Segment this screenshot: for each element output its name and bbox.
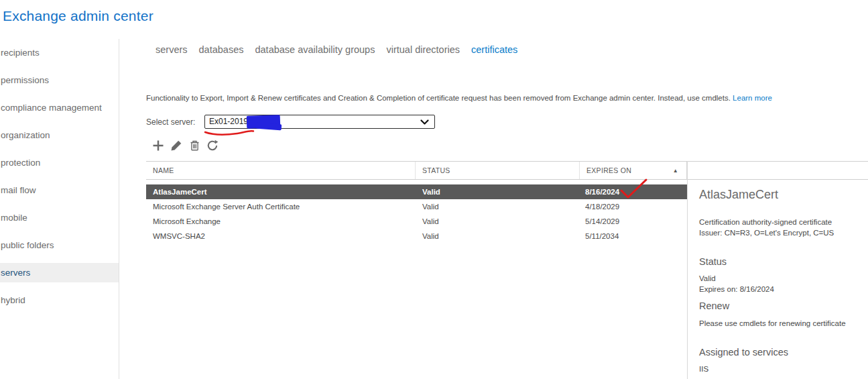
cert-status: Valid (416, 217, 580, 225)
tab-database-availability-groups[interactable]: database availability groups (255, 44, 375, 55)
blue-redaction-scribble-tail (256, 123, 282, 131)
page-title: Exchange admin center (3, 8, 153, 24)
cert-issuer-line: Issuer: CN=R3, O=Let's Encrypt, C=US (699, 227, 863, 238)
sidebar: recipients permissions compliance manage… (0, 39, 119, 379)
cert-name: Microsoft Exchange Server Auth Certifica… (146, 203, 416, 211)
table-body: AtlasJameCert Valid 8/16/2024 Microsoft … (146, 184, 687, 243)
edit-button[interactable] (170, 138, 183, 153)
sort-ascending-icon: ▲ (673, 162, 678, 180)
red-underline-annotation (202, 127, 257, 137)
red-checkmark-annotation (617, 177, 650, 201)
column-header-status[interactable]: STATUS (416, 162, 580, 179)
sidebar-item-public-folders[interactable]: public folders (0, 235, 119, 255)
assigned-services-value: IIS (699, 364, 863, 374)
cert-expires: 5/11/2034 (580, 232, 687, 240)
notice-text: Functionality to Export, Import & Renew … (146, 94, 731, 102)
column-header-expires-on-label: EXPIRES ON (586, 166, 631, 174)
sidebar-item-hybrid[interactable]: hybrid (0, 290, 119, 310)
sidebar-item-recipients[interactable]: recipients (0, 43, 119, 62)
details-cert-type: Certification authority-signed certifica… (699, 217, 863, 238)
renew-instruction: Please use cmdlets for renewing certific… (699, 318, 863, 329)
cert-status: Valid (416, 232, 580, 240)
trash-icon (189, 140, 200, 152)
details-title: AtlasJameCert (699, 188, 863, 202)
notice-bar: Functionality to Export, Import & Renew … (146, 94, 772, 102)
table-row[interactable]: WMSVC-SHA2 Valid 5/11/2034 (146, 229, 687, 243)
tab-virtual-directories[interactable]: virtual directories (386, 44, 460, 55)
sidebar-item-protection[interactable]: protection (0, 153, 119, 172)
details-assigned-heading: Assigned to services (699, 347, 863, 358)
sidebar-item-permissions[interactable]: permissions (0, 70, 119, 90)
select-server-value: Ex01-2019. (209, 115, 250, 128)
details-status-block: Valid Expires on: 8/16/2024 (699, 273, 863, 294)
status-value: Valid (699, 273, 863, 284)
select-server-dropdown[interactable]: Ex01-2019. (204, 115, 435, 129)
cert-status: Valid (416, 188, 580, 196)
details-pane-divider (687, 161, 688, 379)
cert-expires: 5/14/2029 (580, 217, 687, 225)
sidebar-item-mobile[interactable]: mobile (0, 208, 119, 227)
main-content: servers databases database availability … (146, 39, 868, 379)
cert-name: WMSVC-SHA2 (146, 232, 416, 240)
tab-bar: servers databases database availability … (146, 44, 517, 55)
refresh-button[interactable] (206, 138, 219, 153)
details-status-heading: Status (699, 256, 863, 267)
tab-certificates[interactable]: certificates (471, 44, 517, 55)
refresh-icon (206, 140, 219, 152)
cert-type-line: Certification authority-signed certifica… (699, 217, 863, 227)
chevron-down-icon (420, 119, 429, 125)
cert-name: AtlasJameCert (146, 188, 416, 196)
cert-status: Valid (416, 203, 580, 211)
add-button[interactable] (151, 138, 165, 153)
expires-on-line: Expires on: 8/16/2024 (699, 284, 863, 294)
column-header-name[interactable]: NAME (146, 162, 416, 179)
learn-more-link[interactable]: Learn more (733, 94, 772, 102)
sidebar-item-compliance-management[interactable]: compliance management (0, 98, 119, 117)
delete-button[interactable] (188, 138, 201, 153)
plus-icon (152, 140, 164, 152)
cert-name: Microsoft Exchange (146, 217, 416, 225)
table-row[interactable]: Microsoft Exchange Server Auth Certifica… (146, 199, 687, 214)
table-row[interactable]: AtlasJameCert Valid 8/16/2024 (146, 184, 687, 199)
tab-databases[interactable]: databases (199, 44, 244, 55)
pencil-icon (170, 140, 182, 152)
details-pane: AtlasJameCert Certification authority-si… (699, 188, 863, 374)
table-header: NAME STATUS EXPIRES ON ▲ (146, 162, 868, 180)
sidebar-item-mail-flow[interactable]: mail flow (0, 180, 119, 200)
details-renew-heading: Renew (699, 301, 863, 311)
cert-expires: 4/18/2029 (580, 203, 687, 211)
table-row[interactable]: Microsoft Exchange Valid 5/14/2029 (146, 214, 687, 229)
sidebar-item-servers[interactable]: servers (0, 263, 119, 282)
tab-servers[interactable]: servers (156, 44, 188, 55)
select-server-label: Select server: (146, 117, 195, 127)
sidebar-item-organization[interactable]: organization (0, 125, 119, 145)
toolbar (146, 138, 219, 153)
exchange-admin-center-page: Exchange admin center recipients permiss… (0, 0, 868, 379)
